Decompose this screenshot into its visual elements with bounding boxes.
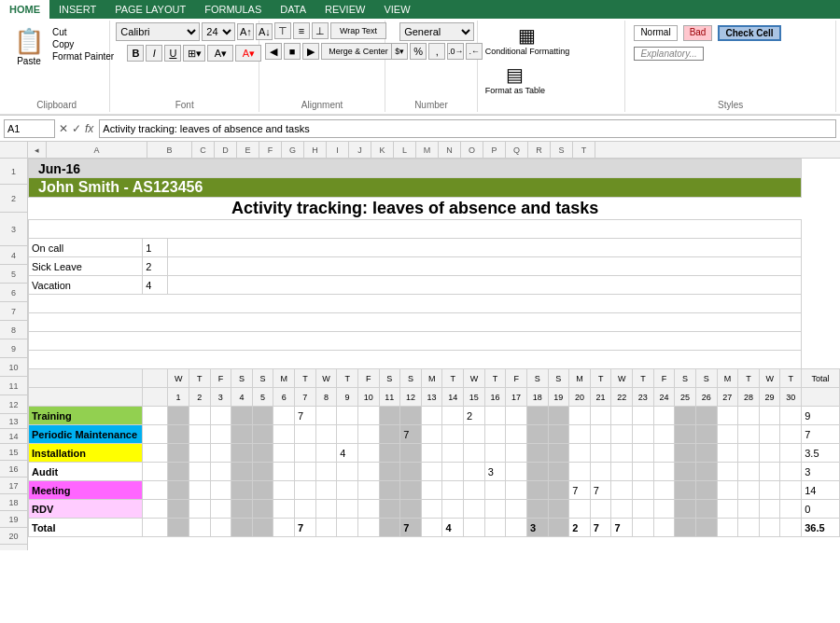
conditional-icon: ▦ xyxy=(518,24,536,47)
percent-button[interactable]: % xyxy=(410,43,427,60)
clipboard-label: Clipboard xyxy=(36,100,77,110)
font-style-row: B I U ⊞▾ A▾ A▾ xyxy=(127,45,261,62)
align-top-button[interactable]: ⊤ xyxy=(274,22,291,39)
number-format-select[interactable]: General xyxy=(399,22,474,41)
blank-row-3 xyxy=(29,313,840,332)
alignment-label: Alignment xyxy=(301,100,343,110)
ribbon-tabs: HOME INSERT PAGE LAYOUT FORMULAS DATA RE… xyxy=(0,0,840,19)
rdv-total: 0 xyxy=(802,500,840,519)
date-header-cell: Jun-16 xyxy=(29,159,802,178)
format-table-icon: ▤ xyxy=(506,63,524,86)
conditional-label: Conditional Formatting xyxy=(485,47,570,56)
meeting-row: Meeting 7 xyxy=(29,481,840,500)
on-call-label: On call xyxy=(29,239,143,257)
align-bottom-button[interactable]: ⊥ xyxy=(312,22,329,39)
confirm-icon[interactable]: ✓ xyxy=(72,122,81,135)
tab-home[interactable]: HOME xyxy=(0,0,49,19)
blank-row-1 xyxy=(29,220,840,239)
periodic-total: 7 xyxy=(802,425,840,444)
comma-button[interactable]: , xyxy=(428,43,445,60)
tab-view[interactable]: VIEW xyxy=(374,0,419,19)
blank-row-2 xyxy=(29,295,840,313)
formula-input[interactable] xyxy=(99,119,836,138)
align-right-button[interactable]: ▶ xyxy=(302,43,319,60)
font-size-select[interactable]: 24 xyxy=(202,22,235,41)
increase-decimal-button[interactable]: .0→ xyxy=(447,43,464,60)
clipboard-group: 📋 Paste Cut Copy Format Painter Clipboar… xyxy=(4,21,110,112)
title-row: Activity tracking: leaves of absence and… xyxy=(29,198,840,220)
cut-button[interactable]: Cut xyxy=(50,26,116,38)
title-cell: Activity tracking: leaves of absence and… xyxy=(29,198,802,220)
bold-button[interactable]: B xyxy=(127,45,144,62)
audit-total: 3 xyxy=(802,463,840,481)
training-row: Training 7 2 xyxy=(29,407,840,425)
font-group: Calibri 24 A↑ A↓ B I U ⊞▾ A▾ A▾ Fon xyxy=(110,21,259,112)
col-ruler: ◂ A B C D E F G H I J K L M N O P Q R S … xyxy=(0,142,840,159)
installation-label: Installation xyxy=(29,444,143,463)
style-bad[interactable]: Bad xyxy=(683,25,713,41)
conditional-formatting-button[interactable]: ▦ Conditional Formatting xyxy=(483,22,572,58)
periodic-row: Periodic Maintenance 7 xyxy=(29,425,840,444)
tab-page-layout[interactable]: PAGE LAYOUT xyxy=(105,0,195,19)
align-left-button[interactable]: ◀ xyxy=(265,43,282,60)
paste-button[interactable]: 📋 Paste xyxy=(9,22,49,71)
ruler-corner xyxy=(0,142,28,158)
training-label: Training xyxy=(29,407,143,425)
style-explanatory[interactable]: Explanatory... xyxy=(634,47,703,61)
number-format-row: $▾ % , .0→ .← xyxy=(391,43,483,60)
day-num-row: 1 2 3 4 5 6 7 8 9 10 11 12 13 14 15 16 1… xyxy=(29,388,840,407)
total-row: Total 7 7 4 3 2 xyxy=(29,519,840,537)
sick-leave-label: Sick Leave xyxy=(29,257,143,276)
cells-group: ▦ Conditional Formatting ▤ Format as Tab… xyxy=(478,21,626,112)
name-box[interactable] xyxy=(4,119,55,138)
merge-center-button[interactable]: Merge & Center xyxy=(321,43,396,60)
align-center-button[interactable]: ■ xyxy=(284,43,301,60)
name-header-cell: John Smith - AS123456 xyxy=(29,178,802,198)
number-label: Number xyxy=(414,100,448,110)
tab-insert[interactable]: INSERT xyxy=(49,0,105,19)
on-call-row: On call 1 xyxy=(29,239,840,257)
italic-button[interactable]: I xyxy=(146,45,162,62)
tab-formulas[interactable]: FORMULAS xyxy=(195,0,271,19)
style-normal[interactable]: Normal xyxy=(634,25,677,41)
paste-icon: 📋 xyxy=(14,27,44,56)
align-middle-button[interactable]: ≡ xyxy=(293,22,310,39)
style-check-cell[interactable]: Check Cell xyxy=(718,25,780,41)
font-grow-button[interactable]: A↑ xyxy=(237,23,254,40)
format-painter-button[interactable]: Format Painter xyxy=(50,50,116,62)
copy-button[interactable]: Copy xyxy=(50,38,116,50)
wrap-text-button[interactable]: Wrap Text xyxy=(330,22,386,39)
format-as-table-button[interactable]: ▤ Format as Table xyxy=(483,62,547,97)
total-label: Total xyxy=(29,519,143,537)
font-name-select[interactable]: Calibri xyxy=(116,22,200,41)
styles-group: Normal Bad Check Cell Explanatory... Sty… xyxy=(625,21,836,112)
formula-bar: ✕ ✓ fx xyxy=(0,116,840,142)
day-header-row: W T F S S M T W T F S S M T W T F S S M xyxy=(29,369,840,388)
meeting-label: Meeting xyxy=(29,481,143,500)
currency-button[interactable]: $▾ xyxy=(391,43,408,60)
styles-label: Styles xyxy=(718,100,743,110)
font-color-button[interactable]: A▾ xyxy=(235,45,261,62)
tab-review[interactable]: REVIEW xyxy=(315,0,374,19)
borders-button[interactable]: ⊞▾ xyxy=(183,45,205,62)
paste-label: Paste xyxy=(17,56,41,66)
blank-row-5 xyxy=(29,351,840,369)
rdv-label: RDV xyxy=(29,500,143,519)
on-call-value: 1 xyxy=(143,239,168,257)
installation-total: 3.5 xyxy=(802,444,840,463)
tab-data[interactable]: DATA xyxy=(271,0,315,19)
number-group: General $▾ % , .0→ .← Number xyxy=(385,21,478,112)
cancel-icon[interactable]: ✕ xyxy=(59,122,68,135)
ribbon-content: 📋 Paste Cut Copy Format Painter Clipboar… xyxy=(0,19,840,115)
periodic-label: Periodic Maintenance xyxy=(29,425,143,444)
audit-row: Audit 3 xyxy=(29,463,840,481)
sick-leave-value: 2 xyxy=(143,257,168,276)
function-icon[interactable]: fx xyxy=(85,122,93,135)
sheet-area: Jun-16 John Smith - AS123456 Activity tr… xyxy=(28,159,840,550)
align-top-row: ⊤ ≡ ⊥ Wrap Text xyxy=(274,22,386,39)
grand-total: 36.5 xyxy=(802,519,840,537)
format-table-label: Format as Table xyxy=(485,86,545,95)
vacation-row: Vacation 4 xyxy=(29,276,840,295)
fill-color-button[interactable]: A▾ xyxy=(207,45,233,62)
underline-button[interactable]: U xyxy=(164,45,181,62)
